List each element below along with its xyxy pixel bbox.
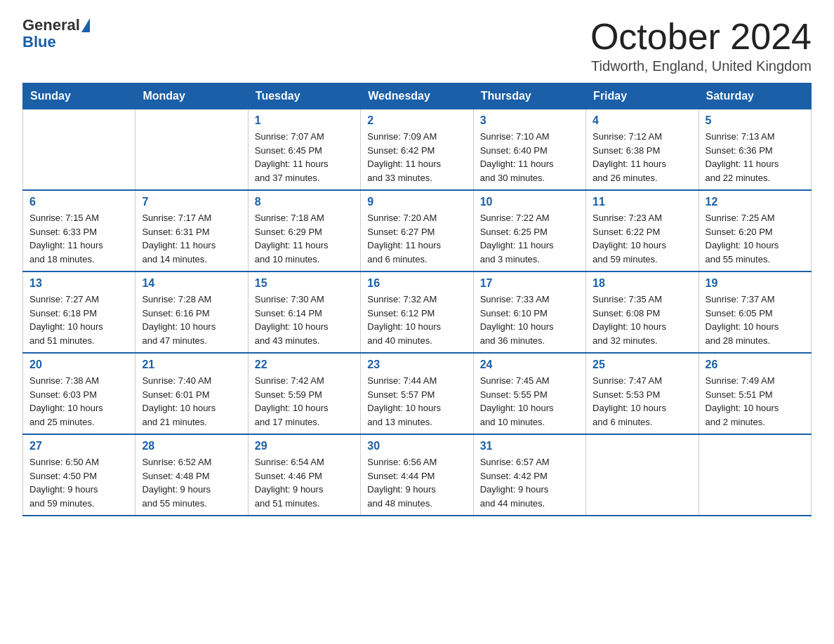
day-number: 31 xyxy=(480,440,579,452)
day-number: 3 xyxy=(480,114,579,127)
day-number: 10 xyxy=(480,196,579,208)
calendar-cell xyxy=(23,109,135,191)
day-info: Sunrise: 7:47 AM Sunset: 5:53 PM Dayligh… xyxy=(593,375,666,427)
calendar-cell: 11Sunrise: 7:23 AM Sunset: 6:22 PM Dayli… xyxy=(586,190,699,271)
day-number: 9 xyxy=(367,196,466,208)
day-info: Sunrise: 7:42 AM Sunset: 5:59 PM Dayligh… xyxy=(255,375,329,427)
day-number: 7 xyxy=(142,196,241,208)
day-number: 23 xyxy=(367,358,466,371)
calendar-cell: 18Sunrise: 7:35 AM Sunset: 6:08 PM Dayli… xyxy=(586,271,699,353)
day-info: Sunrise: 7:07 AM Sunset: 6:45 PM Dayligh… xyxy=(255,131,329,183)
calendar-cell: 27Sunrise: 6:50 AM Sunset: 4:50 PM Dayli… xyxy=(23,434,135,516)
day-number: 17 xyxy=(480,277,579,290)
calendar-cell: 28Sunrise: 6:52 AM Sunset: 4:48 PM Dayli… xyxy=(135,434,248,516)
calendar-cell: 21Sunrise: 7:40 AM Sunset: 6:01 PM Dayli… xyxy=(135,353,248,434)
day-info: Sunrise: 7:12 AM Sunset: 6:38 PM Dayligh… xyxy=(593,131,666,183)
calendar-cell: 3Sunrise: 7:10 AM Sunset: 6:40 PM Daylig… xyxy=(473,109,585,191)
day-info: Sunrise: 7:22 AM Sunset: 6:25 PM Dayligh… xyxy=(480,213,554,264)
day-info: Sunrise: 7:15 AM Sunset: 6:33 PM Dayligh… xyxy=(29,213,103,264)
day-number: 13 xyxy=(29,277,128,290)
calendar-week-1: 1Sunrise: 7:07 AM Sunset: 6:45 PM Daylig… xyxy=(23,109,812,191)
logo-triangle-icon xyxy=(81,18,90,32)
logo-blue: Blue xyxy=(22,34,90,51)
day-info: Sunrise: 7:49 AM Sunset: 5:51 PM Dayligh… xyxy=(706,375,779,427)
day-number: 26 xyxy=(706,358,805,371)
calendar-week-5: 27Sunrise: 6:50 AM Sunset: 4:50 PM Dayli… xyxy=(23,434,812,516)
calendar-cell: 16Sunrise: 7:32 AM Sunset: 6:12 PM Dayli… xyxy=(361,271,473,353)
day-info: Sunrise: 7:44 AM Sunset: 5:57 PM Dayligh… xyxy=(367,375,441,427)
day-info: Sunrise: 7:10 AM Sunset: 6:40 PM Dayligh… xyxy=(480,131,554,183)
calendar-cell: 1Sunrise: 7:07 AM Sunset: 6:45 PM Daylig… xyxy=(248,109,360,191)
day-number: 18 xyxy=(593,277,691,290)
day-info: Sunrise: 6:52 AM Sunset: 4:48 PM Dayligh… xyxy=(142,457,211,509)
day-number: 1 xyxy=(255,114,354,127)
calendar-cell xyxy=(699,434,811,516)
weekday-header-thursday: Thursday xyxy=(473,83,585,109)
day-info: Sunrise: 7:28 AM Sunset: 6:16 PM Dayligh… xyxy=(142,294,216,346)
day-number: 4 xyxy=(593,114,691,127)
day-number: 2 xyxy=(367,114,466,127)
day-number: 8 xyxy=(255,196,354,208)
day-number: 14 xyxy=(142,277,241,290)
calendar-cell: 24Sunrise: 7:45 AM Sunset: 5:55 PM Dayli… xyxy=(473,353,585,434)
day-info: Sunrise: 7:09 AM Sunset: 6:42 PM Dayligh… xyxy=(367,131,441,183)
day-number: 27 xyxy=(29,440,128,452)
day-number: 16 xyxy=(367,277,466,290)
day-info: Sunrise: 6:56 AM Sunset: 4:44 PM Dayligh… xyxy=(367,457,437,509)
calendar-cell: 4Sunrise: 7:12 AM Sunset: 6:38 PM Daylig… xyxy=(586,109,699,191)
day-info: Sunrise: 6:50 AM Sunset: 4:50 PM Dayligh… xyxy=(29,457,99,509)
title-block: October 2024 Tidworth, England, United K… xyxy=(590,17,812,74)
day-number: 19 xyxy=(706,277,805,290)
calendar-table: SundayMondayTuesdayWednesdayThursdayFrid… xyxy=(22,83,812,516)
calendar-header-row: SundayMondayTuesdayWednesdayThursdayFrid… xyxy=(23,83,812,109)
calendar-cell xyxy=(586,434,699,516)
day-number: 6 xyxy=(29,196,128,208)
calendar-cell: 30Sunrise: 6:56 AM Sunset: 4:44 PM Dayli… xyxy=(361,434,473,516)
calendar-cell xyxy=(135,109,248,191)
calendar-cell: 12Sunrise: 7:25 AM Sunset: 6:20 PM Dayli… xyxy=(699,190,811,271)
day-info: Sunrise: 7:35 AM Sunset: 6:08 PM Dayligh… xyxy=(593,294,666,346)
day-info: Sunrise: 7:40 AM Sunset: 6:01 PM Dayligh… xyxy=(142,375,216,427)
day-info: Sunrise: 7:27 AM Sunset: 6:18 PM Dayligh… xyxy=(29,294,103,346)
weekday-header-wednesday: Wednesday xyxy=(361,83,473,109)
day-number: 22 xyxy=(255,358,354,371)
day-info: Sunrise: 6:57 AM Sunset: 4:42 PM Dayligh… xyxy=(480,457,550,509)
day-number: 21 xyxy=(142,358,241,371)
day-number: 12 xyxy=(706,196,805,208)
weekday-header-monday: Monday xyxy=(135,83,248,109)
day-info: Sunrise: 7:37 AM Sunset: 6:05 PM Dayligh… xyxy=(706,294,779,346)
calendar-week-2: 6Sunrise: 7:15 AM Sunset: 6:33 PM Daylig… xyxy=(23,190,812,271)
month-title: October 2024 xyxy=(590,17,812,57)
day-number: 30 xyxy=(367,440,466,452)
page-header: General Blue October 2024 Tidworth, Engl… xyxy=(22,17,812,74)
calendar-cell: 13Sunrise: 7:27 AM Sunset: 6:18 PM Dayli… xyxy=(23,271,135,353)
day-info: Sunrise: 7:20 AM Sunset: 6:27 PM Dayligh… xyxy=(367,213,441,264)
day-info: Sunrise: 7:33 AM Sunset: 6:10 PM Dayligh… xyxy=(480,294,554,346)
logo: General Blue xyxy=(22,17,90,51)
day-number: 5 xyxy=(706,114,805,127)
calendar-cell: 22Sunrise: 7:42 AM Sunset: 5:59 PM Dayli… xyxy=(248,353,360,434)
calendar-cell: 23Sunrise: 7:44 AM Sunset: 5:57 PM Dayli… xyxy=(361,353,473,434)
calendar-cell: 20Sunrise: 7:38 AM Sunset: 6:03 PM Dayli… xyxy=(23,353,135,434)
day-info: Sunrise: 6:54 AM Sunset: 4:46 PM Dayligh… xyxy=(255,457,324,509)
calendar-cell: 29Sunrise: 6:54 AM Sunset: 4:46 PM Dayli… xyxy=(248,434,360,516)
day-number: 11 xyxy=(593,196,691,208)
calendar-cell: 17Sunrise: 7:33 AM Sunset: 6:10 PM Dayli… xyxy=(473,271,585,353)
calendar-cell: 8Sunrise: 7:18 AM Sunset: 6:29 PM Daylig… xyxy=(248,190,360,271)
weekday-header-tuesday: Tuesday xyxy=(248,83,360,109)
day-info: Sunrise: 7:30 AM Sunset: 6:14 PM Dayligh… xyxy=(255,294,329,346)
day-info: Sunrise: 7:13 AM Sunset: 6:36 PM Dayligh… xyxy=(706,131,779,183)
calendar-week-4: 20Sunrise: 7:38 AM Sunset: 6:03 PM Dayli… xyxy=(23,353,812,434)
calendar-body: 1Sunrise: 7:07 AM Sunset: 6:45 PM Daylig… xyxy=(23,109,812,516)
weekday-header-saturday: Saturday xyxy=(699,83,811,109)
day-info: Sunrise: 7:32 AM Sunset: 6:12 PM Dayligh… xyxy=(367,294,441,346)
weekday-header-sunday: Sunday xyxy=(23,83,135,109)
calendar-cell: 26Sunrise: 7:49 AM Sunset: 5:51 PM Dayli… xyxy=(699,353,811,434)
day-number: 25 xyxy=(593,358,691,371)
day-info: Sunrise: 7:45 AM Sunset: 5:55 PM Dayligh… xyxy=(480,375,554,427)
day-info: Sunrise: 7:23 AM Sunset: 6:22 PM Dayligh… xyxy=(593,213,666,264)
day-number: 29 xyxy=(255,440,354,452)
calendar-cell: 15Sunrise: 7:30 AM Sunset: 6:14 PM Dayli… xyxy=(248,271,360,353)
day-number: 28 xyxy=(142,440,241,452)
day-number: 24 xyxy=(480,358,579,371)
